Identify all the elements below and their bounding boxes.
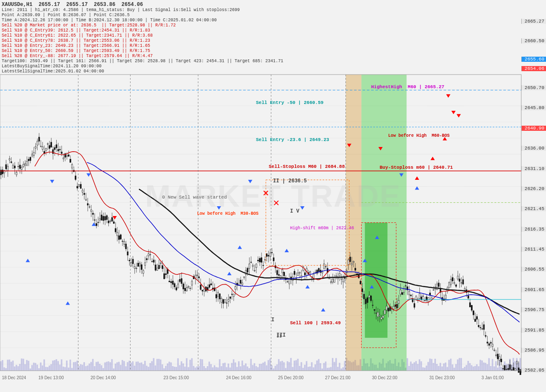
chart-container: MARKET TRADE 2665.27 2660.50 2655.60 265… [0, 0, 546, 392]
